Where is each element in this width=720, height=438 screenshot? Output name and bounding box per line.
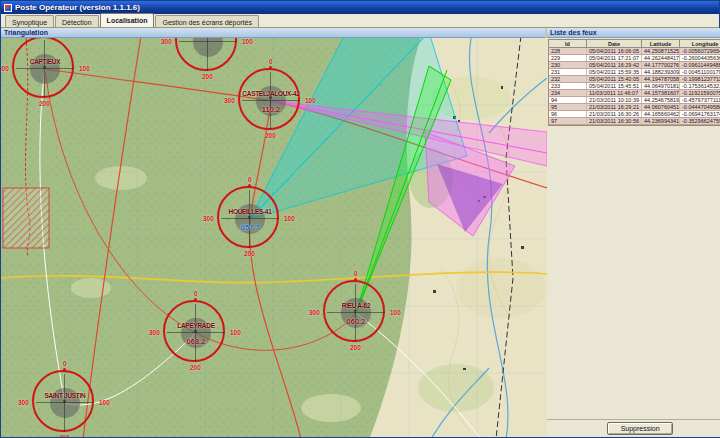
tower-tick-200: 200	[350, 344, 361, 351]
watchtower-lapeyrade[interactable]: LAPEYRADE068.20100200300	[143, 288, 249, 378]
watchtower-captieux[interactable]: CAPTIEUX0100200300	[1, 38, 98, 114]
tower-tick-200: 200	[190, 364, 201, 371]
tower-name-label: LAPEYRADE	[177, 322, 214, 329]
table-row[interactable]: 23005/04/2011 16:29:4244.17770027603-0.0…	[549, 62, 720, 69]
table-header-row: IdDateLatitudeLongitude	[549, 40, 720, 48]
tab-bar: SynoptiqueDétectionLocalisationGestion d…	[1, 14, 719, 28]
tower-tick-200: 200	[39, 100, 50, 107]
table-cell: -0.00560729654651	[680, 48, 720, 54]
column-header: Id	[549, 40, 587, 47]
tower-tick-0: 0	[194, 290, 198, 297]
table-cell: 05/04/2011 15:59:35	[587, 69, 642, 75]
table-cell: 05/04/2011 15:40:05	[587, 76, 642, 82]
tab-synoptique[interactable]: Synoptique	[5, 15, 54, 27]
tower-name-label: CASTELJALOUX-42	[242, 90, 299, 97]
table-row[interactable]: 23205/04/2011 15:40:0544.19478705862-0.1…	[549, 76, 720, 83]
table-cell: -0.45797377111296	[680, 97, 720, 103]
table-cell: 228	[549, 48, 587, 54]
table-cell: -0.11921590075448	[680, 90, 720, 96]
table-cell: 44.25467581942	[642, 97, 680, 103]
suppression-button[interactable]: Suppression	[607, 422, 673, 435]
table-row[interactable]: 9621/03/2011 16:30:2644.16566046213-0.06…	[549, 111, 720, 118]
table-cell: 44.26244841745	[642, 55, 680, 61]
table-cell: -0.09611449488084	[680, 62, 720, 68]
main-area: Triangulation	[1, 28, 719, 437]
tower-tick-300: 300	[309, 309, 320, 316]
table-cell: -0.19981237711236	[680, 76, 720, 82]
tower-north-dot	[269, 66, 272, 69]
tower-tick-100: 100	[230, 329, 241, 336]
tower-crosshair-h	[179, 41, 237, 42]
tower-tick-300: 300	[1, 65, 9, 72]
table-cell: 05/04/2011 16:06:05	[587, 48, 642, 54]
camp-hatch-area	[3, 188, 49, 248]
tower-tick-100: 100	[284, 215, 295, 222]
tower-tick-100: 100	[99, 399, 110, 406]
map-section: Triangulation	[1, 28, 547, 437]
tower-crosshair-v	[207, 38, 208, 71]
table-cell: 44.25087152567	[642, 48, 680, 54]
tower-crosshair-h	[16, 68, 74, 69]
table-cell: 96	[549, 111, 587, 117]
tower-tick-300: 300	[161, 38, 172, 45]
tower-crosshair-v	[249, 190, 250, 248]
table-cell: -0.17536145321909	[680, 83, 720, 89]
table-cell: -0.00451100179714	[680, 69, 720, 75]
tower-crosshair-h	[327, 312, 385, 313]
triangulation-header: Triangulation	[1, 28, 545, 38]
table-cell: 21/03/2011 10:10:39	[587, 97, 642, 103]
table-row[interactable]: 22805/04/2011 16:06:0544.25087152567-0.0…	[549, 48, 720, 55]
tower-north-dot	[248, 184, 251, 187]
table-cell: 05/04/2011 17:21:07	[587, 55, 642, 61]
table-cell: 44.16566046213	[642, 111, 680, 117]
table-row[interactable]: 22905/04/2011 17:21:0744.26244841745-0.2…	[549, 55, 720, 62]
table-row[interactable]: 23105/04/2011 15:59:3544.18823930936-0.0…	[549, 69, 720, 76]
tab-localisation[interactable]: Localisation	[100, 13, 155, 27]
column-header: Date	[587, 40, 642, 47]
table-row[interactable]: 9721/03/2011 16:30:5644.23699434178-0.35…	[549, 118, 720, 125]
tab-d-tection[interactable]: Détection	[55, 15, 99, 27]
tower-tick-0: 0	[63, 360, 67, 367]
table-row[interactable]: 23305/04/2011 15:45:5144.06497018115-0.1…	[549, 83, 720, 90]
window-title: Poste Opérateur (version 1.1.1.6)	[15, 3, 140, 12]
tab-gestion-des-crans-d-port-s[interactable]: Gestion des écrans déportés	[155, 15, 259, 27]
tower-tick-200: 200	[244, 250, 255, 257]
triangulation-header-label: Triangulation	[4, 29, 48, 36]
tower-tick-0: 0	[354, 270, 358, 277]
table-cell: -0.06941763174060	[680, 111, 720, 117]
table-row[interactable]: 9421/03/2011 10:10:3944.25467581942-0.45…	[549, 97, 720, 104]
table-cell: 231	[549, 69, 587, 75]
tower-tick-100: 100	[242, 38, 253, 45]
app-icon	[4, 4, 12, 12]
tower-tick-200: 200	[59, 434, 70, 437]
tower-name-label: SAINT JUSTIN	[45, 392, 86, 399]
table-cell: 44.06076045106	[642, 104, 680, 110]
panel-bottom-bar: Suppression	[547, 419, 720, 437]
watchtower-houeilles[interactable]: HOUEILLES-41057.70100200300	[197, 174, 303, 264]
tower-tick-200: 200	[265, 132, 276, 139]
table-row[interactable]: 23411/03/2011 11:46:0744.15738160718-0.1…	[549, 90, 720, 97]
tower-tick-300: 300	[149, 329, 160, 336]
table-row[interactable]: 9521/03/2011 16:29:2144.06076045106-0.04…	[549, 104, 720, 111]
tower-north-dot	[194, 298, 197, 301]
tower-name-label: RIEU A-62	[342, 302, 370, 309]
tower-name-label: HOUEILLES-41	[229, 208, 272, 215]
table-cell: 95	[549, 104, 587, 110]
tower-crosshair-h	[242, 100, 300, 101]
watchtower-saint-justin[interactable]: SAINT JUSTIN0100200300	[12, 358, 118, 437]
map-canvas[interactable]: CAPTIEUX01002003000100200300CASTELJALOUX…	[1, 38, 547, 437]
tower-tick-300: 300	[203, 215, 214, 222]
watchtower-casteljaloux[interactable]: CASTELJALOUX-42110.20100200300	[218, 56, 324, 146]
table-cell: 97	[549, 118, 587, 124]
tower-tick-0: 0	[269, 58, 273, 65]
tower-name-label: CAPTIEUX	[30, 58, 60, 65]
tower-bearing-value: 110.2	[262, 105, 280, 114]
table-cell: 44.06497018115	[642, 83, 680, 89]
column-header: Latitude	[642, 40, 680, 47]
tower-north-dot	[63, 368, 66, 371]
tower-crosshair-v	[270, 72, 271, 130]
watchtower-rieu-a62[interactable]: RIEU A-62060.20100200300	[303, 268, 409, 358]
tower-bearing-value: 060.2	[347, 317, 366, 326]
tower-crosshair-h	[36, 402, 94, 403]
table-cell: 05/04/2011 15:45:51	[587, 83, 642, 89]
